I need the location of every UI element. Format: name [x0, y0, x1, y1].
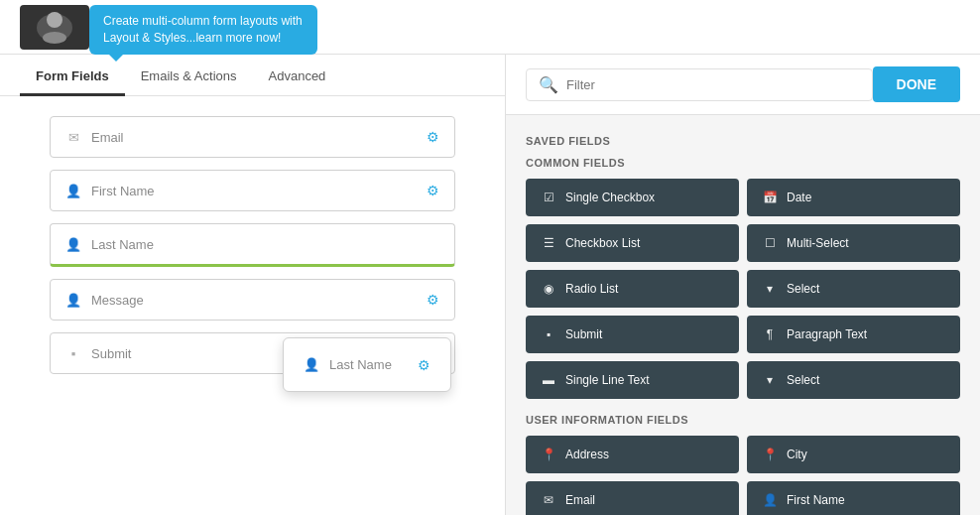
user-info-fields-label: USER INFORMATION FIELDS	[526, 414, 960, 426]
paragraph-text-label: Paragraph Text	[787, 327, 867, 341]
city-label: City	[787, 448, 807, 461]
field-btn-single-line-text[interactable]: ▬ Single Line Text	[526, 361, 739, 399]
split-row-lastname: 👤 Last Name 👤 Last Name ⚙	[50, 223, 455, 267]
address-label: Address	[565, 448, 609, 461]
svg-point-1	[47, 12, 62, 28]
left-panel: Form Fields Emails & Actions Advanced ✉ …	[0, 55, 506, 515]
multi-select-label: Multi-Select	[787, 236, 849, 250]
paragraph-text-icon: ¶	[761, 325, 779, 343]
right-panel-header: 🔍 DONE	[506, 55, 980, 115]
search-box[interactable]: 🔍	[526, 68, 873, 101]
saved-fields-label: SAVED FIELDS	[526, 135, 960, 147]
field-btn-select2[interactable]: ▾ Select	[747, 361, 960, 399]
select-label: Select	[787, 282, 819, 296]
field-btn-date[interactable]: 📅 Date	[747, 179, 960, 216]
email-user-label: Email	[565, 493, 595, 507]
submit-common-icon: ▪	[540, 325, 557, 343]
firstname-field-label: First Name	[91, 184, 155, 198]
form-area: ✉ Email ⚙ 👤 First Name ⚙ 👤 Last Name	[0, 96, 505, 394]
radio-list-label: Radio List	[565, 282, 618, 296]
field-btn-email-user[interactable]: ✉ Email	[526, 481, 739, 515]
message-gear-icon[interactable]: ⚙	[427, 292, 439, 308]
tab-emails-actions[interactable]: Emails & Actions	[125, 55, 253, 96]
floating-gear-icon[interactable]: ⚙	[418, 357, 430, 373]
tab-bar: Form Fields Emails & Actions Advanced	[0, 55, 505, 96]
form-field-lastname-left[interactable]: 👤 Last Name	[50, 223, 455, 267]
main-layout: Form Fields Emails & Actions Advanced ✉ …	[0, 55, 980, 515]
field-btn-single-checkbox[interactable]: ☑ Single Checkbox	[526, 179, 739, 216]
form-field-email[interactable]: ✉ Email ⚙	[50, 116, 455, 158]
email-field-label: Email	[91, 130, 124, 145]
date-icon: 📅	[761, 189, 779, 206]
firstname-field-icon: 👤	[65, 183, 81, 198]
user-info-fields-grid: 📍 Address 📍 City ✉ Email 👤 First Name	[526, 436, 960, 515]
firstname-gear-icon[interactable]: ⚙	[427, 183, 439, 198]
email-field-icon: ✉	[65, 129, 81, 145]
address-icon: 📍	[540, 446, 557, 463]
search-icon: 🔍	[539, 75, 558, 94]
field-btn-paragraph-text[interactable]: ¶ Paragraph Text	[747, 316, 960, 353]
submit-field-icon: ▪	[65, 345, 81, 361]
single-checkbox-label: Single Checkbox	[565, 191, 655, 204]
radio-list-icon: ◉	[540, 280, 557, 298]
checkbox-list-label: Checkbox List	[565, 236, 640, 250]
field-btn-multi-select[interactable]: ☐ Multi-Select	[747, 224, 960, 262]
right-panel: 🔍 DONE SAVED FIELDS COMMON FIELDS ☑ Sing…	[506, 55, 980, 515]
single-line-text-label: Single Line Text	[565, 373, 650, 387]
message-field-icon: 👤	[65, 292, 81, 308]
floating-lastname-icon: 👤	[304, 357, 319, 373]
single-line-text-icon: ▬	[540, 371, 557, 389]
checkbox-list-icon: ☰	[540, 234, 557, 252]
submit-field-label: Submit	[91, 346, 131, 361]
date-label: Date	[787, 191, 811, 204]
city-icon: 📍	[761, 446, 779, 463]
search-input[interactable]	[566, 77, 860, 92]
floating-lastname-label: Last Name	[329, 357, 392, 372]
tooltip-banner: Create multi-column form layouts with La…	[89, 5, 317, 55]
lastname-left-label: Last Name	[91, 237, 154, 252]
form-field-firstname[interactable]: 👤 First Name ⚙	[50, 170, 455, 211]
field-btn-address[interactable]: 📍 Address	[526, 436, 739, 473]
first-name-user-label: First Name	[787, 493, 845, 507]
app-header: Create multi-column form layouts with La…	[0, 0, 980, 55]
svg-point-2	[43, 32, 66, 44]
field-btn-select[interactable]: ▾ Select	[747, 270, 960, 308]
select2-icon: ▾	[761, 371, 779, 389]
single-checkbox-icon: ☑	[540, 189, 557, 206]
first-name-user-icon: 👤	[761, 491, 779, 509]
app-logo	[20, 5, 89, 50]
select2-label: Select	[787, 373, 819, 387]
fields-scroll-area: SAVED FIELDS COMMON FIELDS ☑ Single Chec…	[506, 115, 980, 515]
submit-common-label: Submit	[565, 327, 602, 341]
done-button[interactable]: DONE	[873, 66, 960, 102]
floating-card-lastname[interactable]: 👤 Last Name ⚙	[283, 337, 451, 392]
email-gear-icon[interactable]: ⚙	[427, 129, 439, 145]
message-field-label: Message	[91, 293, 144, 308]
common-fields-label: COMMON FIELDS	[526, 157, 960, 169]
form-field-message[interactable]: 👤 Message ⚙	[50, 279, 455, 321]
common-fields-grid: ☑ Single Checkbox 📅 Date ☰ Checkbox List…	[526, 179, 960, 399]
field-btn-city[interactable]: 📍 City	[747, 436, 960, 473]
lastname-left-icon: 👤	[65, 236, 81, 252]
select-icon: ▾	[761, 280, 779, 298]
multi-select-icon: ☐	[761, 234, 779, 252]
tab-advanced[interactable]: Advanced	[253, 55, 342, 96]
field-btn-checkbox-list[interactable]: ☰ Checkbox List	[526, 224, 739, 262]
email-user-icon: ✉	[540, 491, 557, 509]
field-btn-first-name-user[interactable]: 👤 First Name	[747, 481, 960, 515]
field-btn-radio-list[interactable]: ◉ Radio List	[526, 270, 739, 308]
field-btn-submit-common[interactable]: ▪ Submit	[526, 316, 739, 353]
